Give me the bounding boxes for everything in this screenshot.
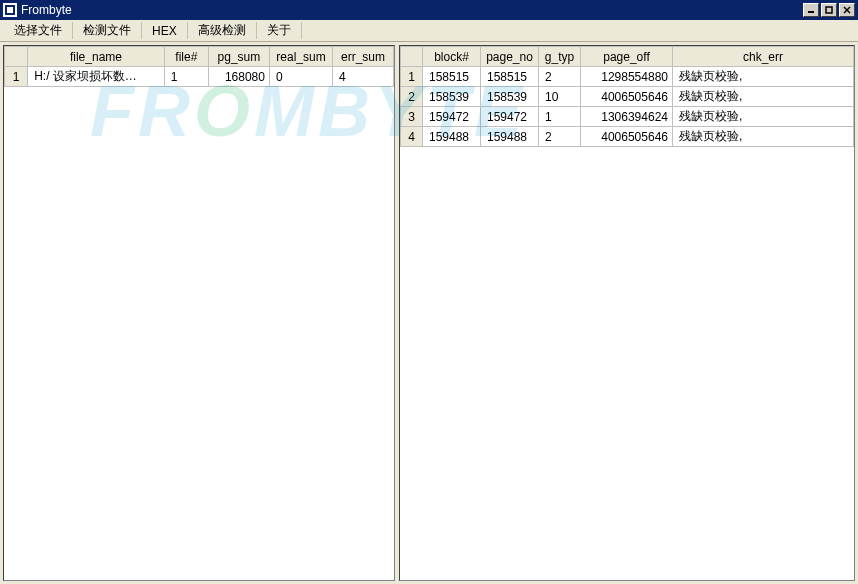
cell-chk-err: 残缺页校验,: [673, 87, 854, 107]
cell-g-typ: 10: [539, 87, 581, 107]
menu-check-file[interactable]: 检测文件: [73, 22, 142, 39]
cell-block: 158515: [423, 67, 481, 87]
table-row[interactable]: 315947215947211306394624残缺页校验,: [401, 107, 854, 127]
table-row[interactable]: 2158539158539104006505646残缺页校验,: [401, 87, 854, 107]
col-err-sum[interactable]: err_sum: [333, 47, 394, 67]
col-pg-sum[interactable]: pg_sum: [208, 47, 269, 67]
cell-err-sum: 4: [333, 67, 394, 87]
maximize-button[interactable]: [821, 3, 837, 17]
cell-g-typ: 2: [539, 67, 581, 87]
cell-page-off: 4006505646: [581, 87, 673, 107]
menu-select-file[interactable]: 选择文件: [4, 22, 73, 39]
menu-about[interactable]: 关于: [257, 22, 302, 39]
cell-chk-err: 残缺页校验,: [673, 107, 854, 127]
col-block[interactable]: block#: [423, 47, 481, 67]
menu-hex[interactable]: HEX: [142, 22, 188, 39]
cell-block: 159488: [423, 127, 481, 147]
row-index: 2: [401, 87, 423, 107]
col-chk-err[interactable]: chk_err: [673, 47, 854, 67]
table-row[interactable]: 115851515851521298554880残缺页校验,: [401, 67, 854, 87]
cell-g-typ: 2: [539, 127, 581, 147]
cell-real-sum: 0: [269, 67, 332, 87]
left-pane[interactable]: file_name file# pg_sum real_sum err_sum …: [3, 45, 395, 581]
cell-block: 158539: [423, 87, 481, 107]
right-table-header-row: block# page_no g_typ page_off chk_err: [401, 47, 854, 67]
row-index: 3: [401, 107, 423, 127]
cell-chk-err: 残缺页校验,: [673, 127, 854, 147]
title-bar: Frombyte: [0, 0, 858, 20]
row-index: 1: [5, 67, 28, 87]
cell-page-no: 159488: [481, 127, 539, 147]
minimize-button[interactable]: [803, 3, 819, 17]
cell-page-no: 158539: [481, 87, 539, 107]
window-title: Frombyte: [21, 3, 803, 17]
cell-page-off: 1306394624: [581, 107, 673, 127]
cell-page-off: 1298554880: [581, 67, 673, 87]
row-index: 4: [401, 127, 423, 147]
col-g-typ[interactable]: g_typ: [539, 47, 581, 67]
table-row[interactable]: 415948815948824006505646残缺页校验,: [401, 127, 854, 147]
left-table-header-row: file_name file# pg_sum real_sum err_sum: [5, 47, 394, 67]
row-index: 1: [401, 67, 423, 87]
cell-pg-sum: 168080: [208, 67, 269, 87]
col-file-no[interactable]: file#: [164, 47, 208, 67]
app-icon: [3, 3, 17, 17]
cell-chk-err: 残缺页校验,: [673, 67, 854, 87]
col-page-no[interactable]: page_no: [481, 47, 539, 67]
cell-file-name: H:/ 设家坝损坏数…: [28, 67, 165, 87]
menu-advanced-check[interactable]: 高级检测: [188, 22, 257, 39]
close-button[interactable]: [839, 3, 855, 17]
col-rownum[interactable]: [5, 47, 28, 67]
svg-rect-3: [826, 7, 832, 13]
col-real-sum[interactable]: real_sum: [269, 47, 332, 67]
right-pane[interactable]: block# page_no g_typ page_off chk_err 11…: [399, 45, 855, 581]
col-page-off[interactable]: page_off: [581, 47, 673, 67]
cell-g-typ: 1: [539, 107, 581, 127]
right-table: block# page_no g_typ page_off chk_err 11…: [400, 46, 854, 147]
svg-rect-1: [7, 7, 13, 13]
col-file-name[interactable]: file_name: [28, 47, 165, 67]
window-buttons: [803, 3, 855, 17]
cell-file-no: 1: [164, 67, 208, 87]
left-table: file_name file# pg_sum real_sum err_sum …: [4, 46, 394, 87]
cell-page-off: 4006505646: [581, 127, 673, 147]
menu-bar: 选择文件 检测文件 HEX 高级检测 关于: [0, 20, 858, 42]
cell-block: 159472: [423, 107, 481, 127]
col-rownum[interactable]: [401, 47, 423, 67]
cell-page-no: 158515: [481, 67, 539, 87]
content-area: file_name file# pg_sum real_sum err_sum …: [0, 42, 858, 584]
table-row[interactable]: 1 H:/ 设家坝损坏数… 1 168080 0 4: [5, 67, 394, 87]
cell-page-no: 159472: [481, 107, 539, 127]
